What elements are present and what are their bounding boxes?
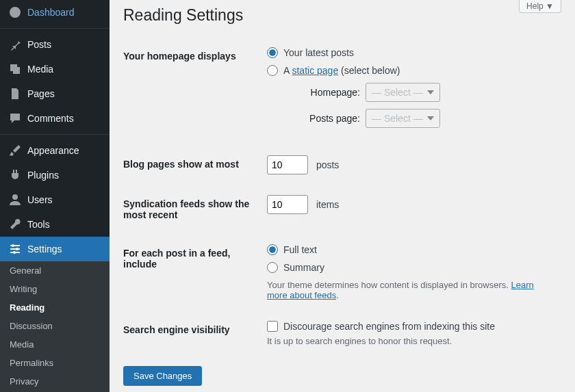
submenu-permalinks[interactable]: Permalinks [0, 354, 110, 372]
homepage-select-label: Homepage: [283, 87, 366, 98]
submenu-general[interactable]: General [0, 261, 110, 280]
sidebar-item-tools[interactable]: Tools [0, 212, 110, 237]
radio-static-page[interactable] [267, 65, 278, 76]
sidebar-item-pages[interactable]: Pages [0, 81, 110, 106]
menu-label: Media [27, 64, 53, 75]
content-area: Help ▼ Reading Settings Your homepage di… [110, 0, 575, 392]
svg-point-0 [12, 194, 18, 200]
search-visibility-desc: It is up to search engines to honor this… [267, 336, 554, 346]
menu-label: Dashboard [27, 7, 75, 18]
feed-include-label: For each post in a feed, include [123, 234, 260, 311]
menu-label: Tools [27, 219, 50, 230]
radio-full-label: Full text [283, 244, 317, 255]
submenu-discussion[interactable]: Discussion [0, 317, 110, 335]
blog-pages-label: Blog pages show at most [123, 145, 260, 185]
feed-description: Your theme determines how content is dis… [267, 280, 554, 300]
syndication-label: Syndication feeds show the most recent [123, 185, 260, 234]
svg-point-1 [12, 244, 14, 247]
user-icon [8, 193, 22, 207]
svg-point-2 [16, 248, 18, 250]
menu-label: Settings [27, 244, 62, 254]
posts-per-page-input[interactable] [267, 155, 308, 174]
menu-label: Posts [27, 39, 51, 50]
page-title: Reading Settings [123, 0, 561, 37]
sidebar-item-settings[interactable]: Settings [0, 237, 110, 261]
radio-static-label: A static page (select below) [283, 65, 400, 76]
sliders-icon [8, 242, 22, 256]
submenu-media[interactable]: Media [0, 335, 110, 354]
homepage-select[interactable]: — Select — [366, 83, 440, 102]
items-unit: items [316, 199, 339, 210]
radio-full-text[interactable] [267, 244, 278, 255]
svg-point-3 [13, 251, 16, 254]
sidebar-item-media[interactable]: Media [0, 57, 110, 81]
sidebar-item-dashboard[interactable]: Dashboard [0, 0, 110, 25]
sidebar-item-plugins[interactable]: Plugins [0, 163, 110, 187]
discourage-search-checkbox[interactable] [267, 321, 278, 332]
menu-label: Pages [27, 88, 55, 99]
wrench-icon [8, 218, 22, 231]
pin-icon [8, 38, 22, 51]
menu-label: Plugins [27, 170, 59, 181]
sidebar-item-users[interactable]: Users [0, 187, 110, 212]
submenu-writing[interactable]: Writing [0, 280, 110, 298]
radio-summary[interactable] [267, 262, 278, 273]
brush-icon [8, 144, 22, 157]
postspage-select-label: Posts page: [283, 113, 366, 124]
comments-icon [8, 112, 22, 125]
admin-sidebar: Dashboard Posts Media Pages Comments App… [0, 0, 110, 392]
help-tab[interactable]: Help ▼ [519, 0, 561, 13]
sidebar-item-posts[interactable]: Posts [0, 32, 110, 57]
pages-icon [8, 87, 22, 101]
save-changes-button[interactable]: Save Changes [123, 366, 202, 386]
settings-submenu: General Writing Reading Discussion Media… [0, 261, 110, 392]
posts-unit: posts [316, 159, 339, 170]
media-icon [8, 62, 22, 76]
sidebar-item-comments[interactable]: Comments [0, 106, 110, 131]
postspage-select[interactable]: — Select — [366, 109, 440, 128]
discourage-label: Discourage search engines from indexing … [283, 321, 495, 332]
plug-icon [8, 168, 22, 182]
dashboard-icon [8, 5, 22, 19]
radio-latest-posts[interactable] [267, 47, 278, 58]
static-page-link[interactable]: static page [292, 65, 338, 76]
submenu-reading[interactable]: Reading [0, 298, 110, 317]
radio-latest-label: Your latest posts [283, 47, 354, 58]
sidebar-item-appearance[interactable]: Appearance [0, 138, 110, 163]
menu-label: Appearance [27, 145, 79, 156]
radio-summary-label: Summary [283, 262, 324, 273]
menu-label: Users [27, 194, 53, 205]
posts-per-rss-input[interactable] [267, 195, 308, 214]
search-visibility-label: Search engine visibility [123, 311, 260, 356]
submenu-privacy[interactable]: Privacy [0, 372, 110, 391]
homepage-displays-label: Your homepage displays [123, 37, 260, 145]
menu-label: Comments [27, 113, 74, 124]
